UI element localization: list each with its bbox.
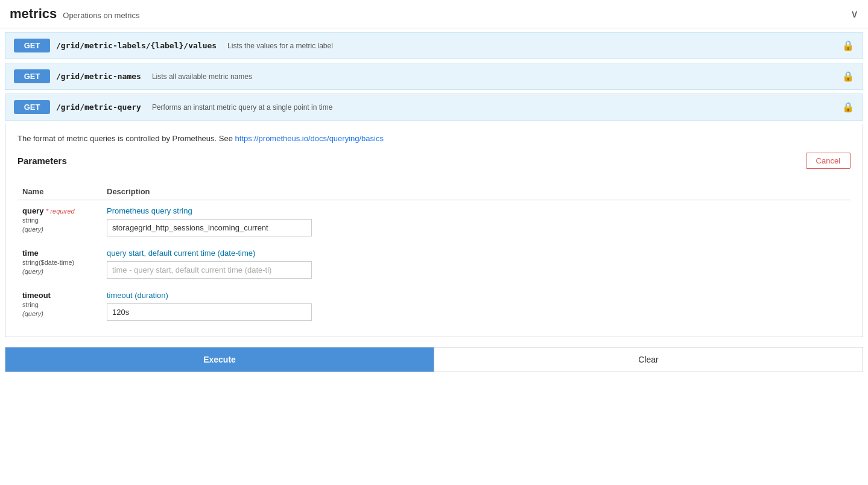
api-desc-1: Lists the values for a metric label <box>227 42 333 50</box>
query-input[interactable] <box>107 219 312 236</box>
get-badge-1: GET <box>14 39 50 52</box>
lock-icon-2: 🔒 <box>842 71 854 82</box>
api-path-1: /grid/metric-labels/{label}/values <box>56 41 217 50</box>
param-name-query: query <box>22 206 46 215</box>
param-location-timeout: (query) <box>22 310 43 317</box>
param-desc-cell-query: Prometheus query string <box>102 200 851 243</box>
get-badge-2: GET <box>14 69 50 83</box>
param-name-timeout: timeout <box>22 291 51 300</box>
expanded-section: The format of metric queries is controll… <box>5 124 863 337</box>
param-row-query: query * required string (query) Promethe… <box>17 200 851 243</box>
param-desc-query: Prometheus query string <box>107 206 846 215</box>
page-title: metrics <box>10 6 57 22</box>
col-name: Name <box>17 183 102 200</box>
time-input[interactable] <box>107 261 312 279</box>
param-name-time: time <box>22 249 39 258</box>
param-location-time: (query) <box>22 268 43 275</box>
api-row-left: GET /grid/metric-labels/{label}/values L… <box>14 39 333 52</box>
api-row-metric-query[interactable]: GET /grid/metric-query Performs an insta… <box>5 94 863 121</box>
clear-button[interactable]: Clear <box>434 347 863 372</box>
prometheus-link[interactable]: https://prometheus.io/docs/querying/basi… <box>235 134 384 143</box>
chevron-down-icon[interactable]: ∨ <box>851 7 858 21</box>
cancel-button[interactable]: Cancel <box>806 153 851 169</box>
prometheus-note: The format of metric queries is controll… <box>17 134 851 143</box>
param-desc-timeout: timeout (duration) <box>107 291 846 300</box>
footer-buttons: Execute Clear <box>5 347 863 372</box>
api-desc-2: Lists all available metric names <box>152 72 252 81</box>
param-name-cell-time: time string($date-time) (query) <box>17 242 102 285</box>
api-path-2: /grid/metric-names <box>56 72 141 81</box>
api-row-left-2: GET /grid/metric-names Lists all availab… <box>14 69 252 83</box>
param-row-time: time string($date-time) (query) query st… <box>17 242 851 285</box>
page-subtitle: Operations on metrics <box>63 11 139 20</box>
prometheus-note-text: The format of metric queries is controll… <box>17 134 235 143</box>
col-description: Description <box>102 183 851 200</box>
api-row-metric-names[interactable]: GET /grid/metric-names Lists all availab… <box>5 63 863 90</box>
param-type-time: string($date-time) <box>22 259 74 266</box>
params-table-header: Name Description <box>17 183 851 200</box>
api-row-metric-labels[interactable]: GET /grid/metric-labels/{label}/values L… <box>5 32 863 59</box>
api-desc-3: Performs an instant metric query at a si… <box>152 103 332 112</box>
header-left: metrics Operations on metrics <box>10 6 139 22</box>
timeout-input[interactable] <box>107 303 312 321</box>
param-required-query: * required <box>46 208 75 215</box>
api-path-3: /grid/metric-query <box>56 103 141 112</box>
execute-button[interactable]: Execute <box>5 347 434 372</box>
param-row-timeout: timeout string (query) timeout (duration… <box>17 285 851 327</box>
param-location-query: (query) <box>22 226 43 233</box>
param-name-cell-timeout: timeout string (query) <box>17 285 102 327</box>
parameters-header: Parameters Cancel <box>17 153 851 174</box>
param-type-query: string <box>22 217 39 224</box>
param-type-timeout: string <box>22 301 39 308</box>
param-desc-cell-timeout: timeout (duration) <box>102 285 851 327</box>
param-name-cell-query: query * required string (query) <box>17 200 102 243</box>
get-badge-3: GET <box>14 100 50 114</box>
lock-icon-1: 🔒 <box>842 40 854 51</box>
lock-icon-3: 🔒 <box>842 101 854 113</box>
api-row-left-3: GET /grid/metric-query Performs an insta… <box>14 100 332 114</box>
param-desc-cell-time: query start, default current time (date-… <box>102 242 851 285</box>
params-table: Name Description query * required string… <box>17 183 851 327</box>
parameters-label: Parameters <box>17 156 67 166</box>
page-header: metrics Operations on metrics ∨ <box>0 0 868 28</box>
param-desc-time: query start, default current time (date-… <box>107 249 846 258</box>
